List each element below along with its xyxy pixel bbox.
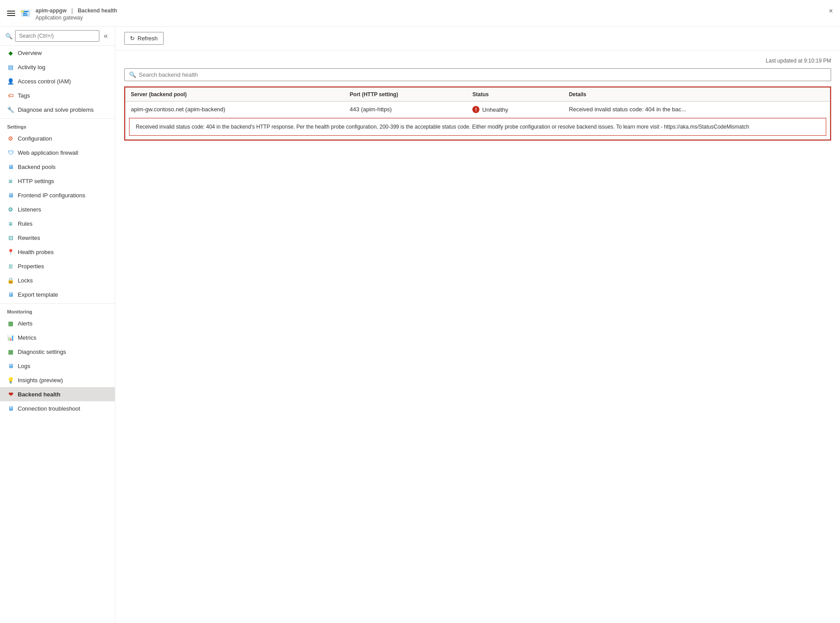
search-icon: 🔍 <box>5 33 12 39</box>
sidebar-item-label: Insights (preview) <box>18 377 63 384</box>
sidebar-item-metrics[interactable]: 📊 Metrics <box>0 330 115 345</box>
sidebar-item-http-settings[interactable]: ≡ HTTP settings <box>0 174 115 188</box>
sidebar-item-label: Activity log <box>18 64 45 71</box>
sidebar-item-health-probes[interactable]: 📍 Health probes <box>0 245 115 259</box>
sidebar-item-label: Overview <box>18 50 42 56</box>
sidebar-item-label: Backend health <box>18 391 60 398</box>
backend-health-icon: ❤ <box>7 391 14 398</box>
locks-icon: 🔒 <box>7 277 14 284</box>
refresh-button[interactable]: ↻ Refresh <box>124 32 164 45</box>
sidebar-item-rules[interactable]: ≡ Rules <box>0 216 115 231</box>
sidebar-item-diagnose[interactable]: 🔧 Diagnose and solve problems <box>0 102 115 117</box>
sidebar-item-diagnostic-settings[interactable]: ▦ Diagnostic settings <box>0 345 115 359</box>
hamburger-menu[interactable] <box>7 11 15 16</box>
sidebar-item-rewrites[interactable]: ⊟ Rewrites <box>0 231 115 245</box>
last-updated-label: Last updated at 9:10:19 PM <box>124 58 831 64</box>
search-bar-icon: 🔍 <box>129 71 136 78</box>
sidebar-item-label: HTTP settings <box>18 178 54 184</box>
port-cell: 443 (apim-https) <box>345 102 467 118</box>
sidebar-item-label: Health probes <box>18 249 54 255</box>
sidebar-item-locks[interactable]: 🔒 Locks <box>0 273 115 287</box>
rewrites-icon: ⊟ <box>7 234 14 241</box>
resource-and-page-title: apim-appgw | Backend health <box>35 5 117 15</box>
main-content-area: ↻ Refresh Last updated at 9:10:19 PM 🔍 S… <box>115 27 840 623</box>
resource-icon <box>20 8 31 19</box>
sidebar-item-logs[interactable]: 🖥 Logs <box>0 359 115 373</box>
sidebar-item-connection-troubleshoot[interactable]: 🖥 Connection troubleshoot <box>0 401 115 415</box>
sidebar-item-label: Diagnose and solve problems <box>18 106 94 113</box>
collapse-sidebar-button[interactable]: « <box>102 30 110 42</box>
activity-log-icon: ▤ <box>7 63 14 71</box>
sidebar-item-label: Rules <box>18 220 32 227</box>
sidebar-item-label: Logs <box>18 363 30 369</box>
sidebar-item-activity-log[interactable]: ▤ Activity log <box>0 60 115 74</box>
sidebar-item-tags[interactable]: 🏷 Tags <box>0 88 115 102</box>
backend-health-search-input[interactable] <box>139 71 826 78</box>
detail-message-box: Received invalid status code: 404 in the… <box>129 118 826 136</box>
sidebar-item-frontend-ip[interactable]: 🖥 Frontend IP configurations <box>0 188 115 202</box>
unhealthy-icon: ! <box>472 106 479 113</box>
sidebar-item-label: Access control (IAM) <box>18 78 71 85</box>
sidebar-item-label: Backend pools <box>18 164 55 170</box>
table-row: apim-gw.contoso.net (apim-backend) 443 (… <box>126 102 830 118</box>
detail-row: Received invalid status code: 404 in the… <box>126 118 830 140</box>
col-status: Status <box>467 88 563 102</box>
sidebar-item-label: Locks <box>18 277 33 284</box>
settings-section-label: Settings <box>0 118 115 131</box>
sidebar-search-input[interactable] <box>15 30 99 42</box>
sidebar-item-insights[interactable]: 💡 Insights (preview) <box>0 373 115 387</box>
sidebar-item-waf[interactable]: 🛡 Web application firewall <box>0 145 115 160</box>
insights-icon: 💡 <box>7 376 14 384</box>
status-label: Unhealthy <box>482 106 508 113</box>
sidebar-item-label: Listeners <box>18 206 41 213</box>
sidebar-item-export-template[interactable]: 🖥 Export template <box>0 287 115 302</box>
tags-icon: 🏷 <box>7 92 14 99</box>
sidebar-item-backend-pools[interactable]: 🖥 Backend pools <box>0 160 115 174</box>
server-cell: apim-gw.contoso.net (apim-backend) <box>126 102 345 118</box>
col-details: Details <box>564 88 830 102</box>
page-header: apim-appgw | Backend health Application … <box>0 0 840 27</box>
table-header-row: Server (backend pool) Port (HTTP setting… <box>126 88 830 102</box>
iam-icon: 👤 <box>7 78 14 85</box>
properties-icon: ||| <box>7 263 14 270</box>
sidebar-item-label: Diagnostic settings <box>18 349 66 355</box>
search-bar-container: 🔍 <box>124 68 831 81</box>
sidebar-item-alerts[interactable]: ▦ Alerts <box>0 316 115 330</box>
sidebar-item-label: Metrics <box>18 334 36 341</box>
sidebar-item-configuration[interactable]: ⚙ Configuration <box>0 131 115 145</box>
sidebar-search-container: 🔍 « <box>0 27 115 46</box>
listeners-icon: ⚙ <box>7 206 14 213</box>
rules-icon: ≡ <box>7 220 14 227</box>
alerts-icon: ▦ <box>7 320 14 327</box>
sidebar-item-label: Alerts <box>18 320 32 327</box>
detail-message-text: Received invalid status code: 404 in the… <box>136 124 749 130</box>
frontend-ip-icon: 🖥 <box>7 192 14 199</box>
sidebar-item-access-control[interactable]: 👤 Access control (IAM) <box>0 74 115 88</box>
close-button[interactable]: × <box>829 7 833 15</box>
logs-icon: 🖥 <box>7 362 14 369</box>
sidebar-item-properties[interactable]: ||| Properties <box>0 259 115 273</box>
sidebar-item-label: Configuration <box>18 135 52 142</box>
sidebar-item-label: Export template <box>18 291 58 298</box>
configuration-icon: ⚙ <box>7 135 14 142</box>
refresh-label: Refresh <box>137 35 158 42</box>
waf-icon: 🛡 <box>7 149 14 156</box>
col-server: Server (backend pool) <box>126 88 345 102</box>
status-cell: ! Unhealthy <box>467 102 563 118</box>
col-port: Port (HTTP setting) <box>345 88 467 102</box>
health-table: Server (backend pool) Port (HTTP setting… <box>125 87 830 140</box>
sidebar-item-label: Tags <box>18 92 30 99</box>
backend-health-content: Last updated at 9:10:19 PM 🔍 Server (bac… <box>115 51 840 623</box>
detail-cell: Received invalid status code: 404 in the… <box>126 118 830 140</box>
status-unhealthy-container: ! Unhealthy <box>472 106 558 113</box>
details-cell: Received invalid status code: 404 in the… <box>564 102 830 118</box>
backend-pools-icon: 🖥 <box>7 163 14 170</box>
sidebar-item-listeners[interactable]: ⚙ Listeners <box>0 202 115 216</box>
health-table-wrapper: Server (backend pool) Port (HTTP setting… <box>124 86 831 141</box>
export-template-icon: 🖥 <box>7 291 14 298</box>
sidebar: 🔍 « ◆ Overview ▤ Activity log 👤 Access c… <box>0 27 115 623</box>
health-probes-icon: 📍 <box>7 248 14 255</box>
refresh-icon: ↻ <box>130 35 135 42</box>
sidebar-item-backend-health[interactable]: ❤ Backend health <box>0 387 115 401</box>
sidebar-item-overview[interactable]: ◆ Overview <box>0 46 115 60</box>
